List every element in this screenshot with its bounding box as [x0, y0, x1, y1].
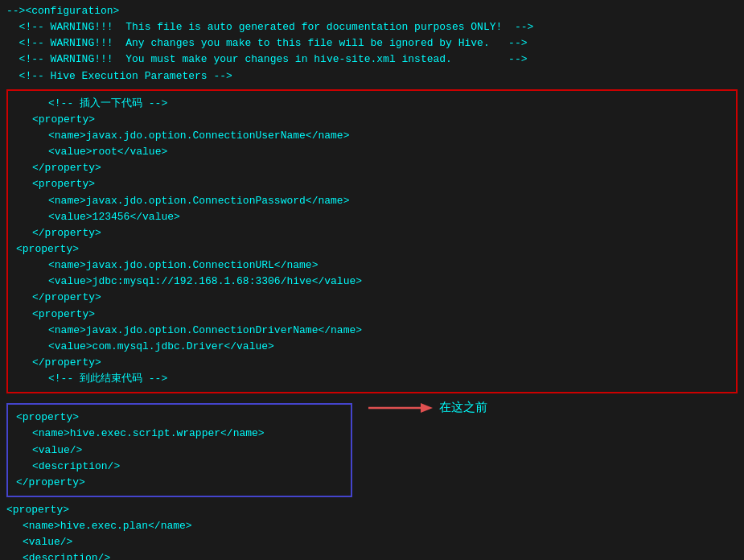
hive-exec-params-comment: <!-- Hive Execution Parameters -->	[6, 68, 738, 84]
name-tag-6: <name>hive.exec.plan</name>	[6, 518, 738, 534]
svg-marker-1	[421, 403, 433, 413]
property-tag-close-5: </property>	[16, 475, 343, 491]
description-tag-5: <description/>	[16, 459, 343, 475]
property-tag-close-3: </property>	[16, 290, 728, 306]
property-tag-close-1: </property>	[16, 160, 728, 176]
value-tag-5: <value/>	[16, 443, 343, 459]
code-viewer: --><configuration> <!-- WARNING!!! This …	[0, 0, 744, 560]
arrow-icon	[368, 398, 433, 418]
warning-line-1: <!-- WARNING!!! This file is auto genera…	[6, 19, 738, 35]
name-tag-3: <name>javax.jdo.option.ConnectionURL</na…	[16, 257, 728, 274]
property-tag-open-2: <property>	[16, 176, 728, 192]
arrow-annotation: 在这之前	[368, 398, 487, 418]
property-tag-open-4: <property>	[16, 307, 728, 323]
property-tag-open-3: <property>	[16, 241, 728, 257]
before-insert-block: <property> <name>hive.exec.script.wrappe…	[6, 403, 352, 497]
name-tag-5: <name>hive.exec.script.wrapper</name>	[16, 426, 343, 442]
value-tag-2: <value>123456</value>	[16, 209, 728, 225]
description-tag-6: <description/>	[6, 550, 738, 560]
value-tag-3: <value>jdbc:mysql://192.168.1.68:3306/hi…	[16, 274, 728, 290]
insert-comment-start: <!-- 插入一下代码 -->	[16, 96, 728, 112]
name-tag-2: <name>javax.jdo.option.ConnectionPasswor…	[16, 193, 728, 209]
warning-line-2: <!-- WARNING!!! Any changes you make to …	[6, 35, 738, 51]
warning-line-3: <!-- WARNING!!! You must make your chang…	[6, 51, 738, 68]
name-tag-4: <name>javax.jdo.option.ConnectionDriverN…	[16, 323, 728, 339]
name-tag-1: <name>javax.jdo.option.ConnectionUserNam…	[16, 128, 728, 144]
value-tag-1: <value>root</value>	[16, 144, 728, 160]
config-open-tag: --><configuration>	[6, 3, 738, 19]
insert-code-block: <!-- 插入一下代码 --> <property> <name>javax.j…	[6, 89, 738, 394]
property-tag-close-4: </property>	[16, 355, 728, 371]
arrow-label: 在这之前	[439, 399, 487, 418]
property-tag-close-2: </property>	[16, 225, 728, 241]
property-tag-open-1: <property>	[16, 112, 728, 128]
insert-comment-end: <!-- 到此结束代码 -->	[16, 371, 728, 387]
property-tag-open-6: <property>	[6, 502, 738, 518]
bottom-section: <property> <name>hive.exec.script.wrappe…	[6, 398, 738, 502]
header-section: --><configuration> <!-- WARNING!!! This …	[6, 3, 738, 84]
value-tag-4: <value>com.mysql.jdbc.Driver</value>	[16, 339, 728, 355]
value-tag-6: <value/>	[6, 534, 738, 550]
property-tag-open-5: <property>	[16, 410, 343, 426]
